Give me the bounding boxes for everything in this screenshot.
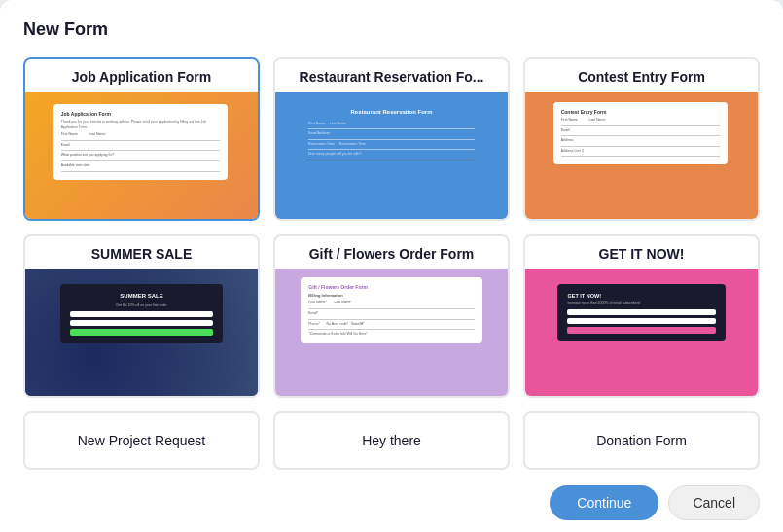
card-preview-summer: SUMMER SALE Get flat 10% off on your fir… <box>25 269 258 396</box>
cancel-button[interactable]: Cancel <box>668 485 760 520</box>
new-form-dialog: New Form Job Application Form Job Applic… <box>0 0 783 532</box>
mini-form-contest: Contest Entry Form First Name Last Name … <box>553 102 728 164</box>
card-title-flowers: Gift / Flowers Order Form <box>275 236 508 269</box>
card-title-getit: GET IT NOW! <box>525 236 758 269</box>
template-card-hey-there[interactable]: Hey there <box>273 411 510 470</box>
card-title-donation: Donation Form <box>596 433 687 448</box>
bottom-grid: New Project Request Hey there Donation F… <box>23 411 760 470</box>
mini-form-getit: GET IT NOW! Increase more than 1000% of … <box>557 284 725 341</box>
card-title-contest: Contest Entry Form <box>525 59 758 92</box>
dialog-title: New Form <box>23 19 760 40</box>
template-card-job[interactable]: Job Application Form Job Application For… <box>23 57 260 221</box>
template-card-flowers[interactable]: Gift / Flowers Order Form Gift / Flowers… <box>273 234 510 398</box>
card-preview-flowers: Gift / Flowers Order Form Billing Inform… <box>275 269 508 396</box>
template-grid: Job Application Form Job Application For… <box>23 57 760 398</box>
card-title-summer: SUMMER SALE <box>25 236 258 269</box>
card-preview-getit: GET IT NOW! Increase more than 1000% of … <box>525 269 758 396</box>
continue-button[interactable]: Continue <box>550 485 658 520</box>
card-title-hey-there: Hey there <box>362 433 421 448</box>
card-preview-contest: Contest Entry Form First Name Last Name … <box>525 92 758 219</box>
card-title-job: Job Application Form <box>25 59 258 92</box>
mini-form-summer: SUMMER SALE Get flat 10% off on your fir… <box>60 284 223 343</box>
dialog-footer: Continue Cancel <box>23 485 760 520</box>
card-title-new-project: New Project Request <box>78 433 206 448</box>
card-preview-job: Job Application Form Thank you for your … <box>25 92 258 219</box>
template-card-contest[interactable]: Contest Entry Form Contest Entry Form Fi… <box>523 57 760 221</box>
mini-form-job: Job Application Form Thank you for your … <box>53 104 228 180</box>
mini-form-restaurant: Restaurant Reservation Form First Name L… <box>299 100 484 170</box>
template-card-new-project[interactable]: New Project Request <box>23 411 260 470</box>
template-card-donation[interactable]: Donation Form <box>523 411 760 470</box>
card-title-restaurant: Restaurant Reservation Fo... <box>275 59 508 92</box>
template-card-summer[interactable]: SUMMER SALE SUMMER SALE Get flat 10% off… <box>23 234 260 398</box>
template-card-restaurant[interactable]: Restaurant Reservation Fo... Restaurant … <box>273 57 510 221</box>
mini-form-flowers: Gift / Flowers Order Form Billing Inform… <box>301 277 481 343</box>
template-card-getit[interactable]: GET IT NOW! GET IT NOW! Increase more th… <box>523 234 760 398</box>
card-preview-restaurant: Restaurant Reservation Form First Name L… <box>275 92 508 219</box>
